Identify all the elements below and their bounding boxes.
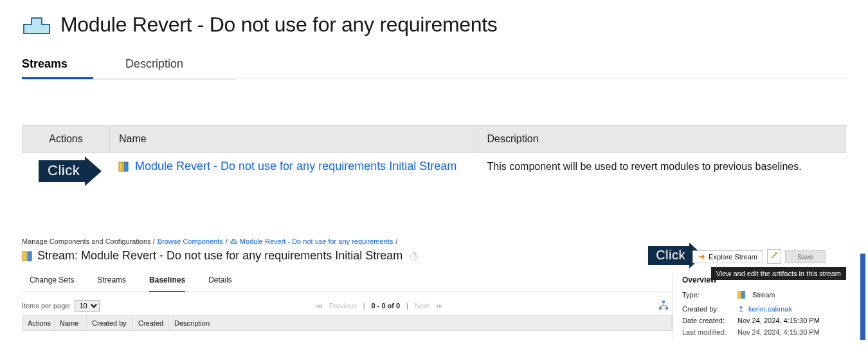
tab-baselines[interactable]: Baselines: [149, 273, 185, 292]
stream-link[interactable]: Module Revert - Do not use for any requi…: [135, 160, 457, 173]
page-title: Module Revert - Do not use for any requi…: [60, 13, 498, 37]
pager-previous[interactable]: Previous: [329, 302, 357, 310]
tab-streams[interactable]: Streams: [97, 273, 126, 292]
breadcrumb-root: Manage Components and Configurations /: [22, 237, 155, 245]
breadcrumb: Manage Components and Configurations / B…: [22, 237, 846, 245]
svg-rect-5: [659, 307, 662, 310]
configure-button[interactable]: [767, 249, 781, 264]
type-value: Stream: [752, 291, 775, 299]
bcol-created: Created: [133, 316, 169, 330]
date-created-value: Nov 24, 2024, 4:15:30 PM: [737, 317, 846, 324]
pager-range: 0 - 0 of 0: [371, 302, 400, 310]
component-icon: [230, 237, 237, 245]
pager-next[interactable]: Next: [415, 302, 429, 310]
baseline-table-header: Actions Name Created by Created Descript…: [22, 315, 673, 331]
type-label: Type:: [682, 291, 737, 301]
col-description: Description: [478, 126, 846, 153]
svg-rect-1: [124, 162, 128, 171]
user-icon: [737, 305, 745, 312]
help-icon[interactable]: ?: [410, 252, 418, 260]
svg-point-9: [739, 306, 742, 309]
svg-rect-8: [742, 292, 745, 299]
last-modified-value: Nov 24, 2024, 4:15:30 PM: [737, 328, 846, 336]
items-per-page-select[interactable]: 10: [75, 300, 100, 312]
stream-description: This component will be used to revert mo…: [478, 154, 847, 179]
top-tabs: Streams Description: [22, 53, 846, 79]
component-icon: [22, 14, 51, 36]
overview-heading: Overview: [682, 275, 846, 284]
pager-first-icon[interactable]: ⏮: [316, 302, 323, 310]
bcol-created-by: Created by: [87, 316, 133, 330]
save-button: Save: [785, 250, 826, 263]
svg-rect-4: [662, 301, 665, 303]
stream-icon: [737, 291, 748, 301]
bcol-description: Description: [169, 316, 672, 330]
click-annotation: Click: [648, 246, 689, 265]
stream-icon: [22, 251, 32, 261]
tab-details[interactable]: Details: [208, 273, 232, 292]
col-actions: Actions: [23, 126, 109, 153]
last-modified-label: Last modified:: [682, 328, 737, 336]
items-per-page-label: Items per page:: [22, 302, 71, 310]
stream-detail-title: Stream: Module Revert - Do not use for a…: [37, 249, 402, 263]
svg-rect-6: [665, 307, 668, 310]
tab-change-sets[interactable]: Change Sets: [30, 273, 74, 292]
stream-icon: [118, 162, 129, 172]
tab-streams[interactable]: Streams: [22, 53, 93, 79]
explore-stream-button[interactable]: Explore Stream: [692, 250, 763, 263]
table-row: Click Module Revert - Do not use for any…: [22, 153, 846, 180]
sub-tabs: Change Sets Streams Baselines Details: [22, 273, 673, 292]
breadcrumb-browse[interactable]: Browse Components: [158, 237, 223, 245]
streams-table: Actions Name Description Click Module Re…: [22, 125, 846, 180]
click-annotation: Click: [39, 160, 85, 182]
hierarchy-icon[interactable]: [658, 304, 669, 312]
created-by-user[interactable]: kerim.cakmak: [748, 305, 792, 313]
svg-rect-0: [119, 162, 123, 171]
date-created-label: Date created:: [682, 317, 737, 324]
svg-rect-2: [23, 252, 26, 261]
bcol-name: Name: [55, 316, 87, 330]
col-name: Name: [109, 126, 478, 153]
tab-description[interactable]: Description: [125, 53, 209, 79]
scrollbar[interactable]: [860, 254, 865, 340]
svg-rect-7: [738, 292, 741, 299]
svg-rect-3: [28, 252, 32, 261]
created-by-label: Created by:: [682, 305, 737, 313]
bcol-actions: Actions: [23, 316, 55, 330]
pager-last-icon[interactable]: ⏭: [436, 302, 443, 310]
breadcrumb-component[interactable]: Module Revert - Do not use for any requi…: [240, 237, 393, 245]
